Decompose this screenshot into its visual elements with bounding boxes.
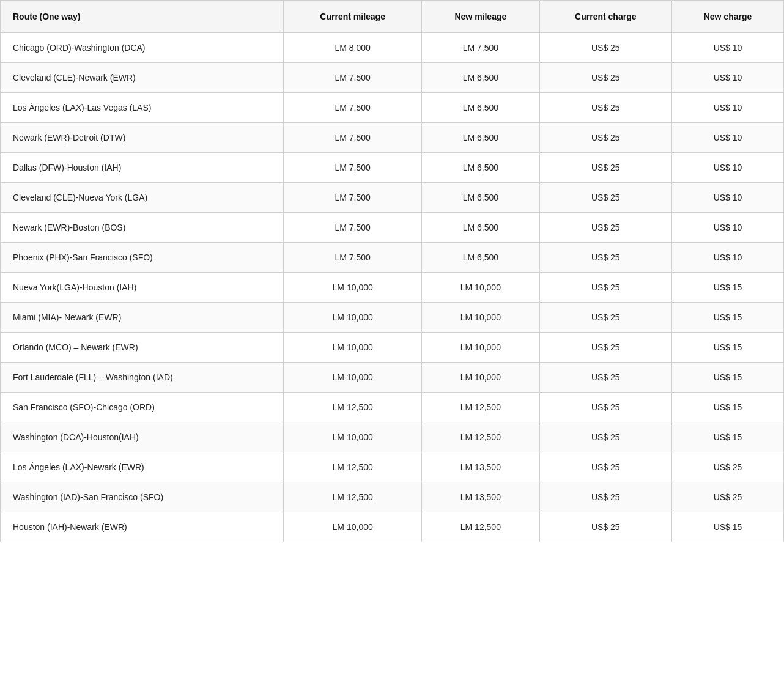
cell-route: Orlando (MCO) – Newark (EWR): [1, 333, 284, 363]
table-row: Newark (EWR)-Boston (BOS)LM 7,500LM 6,50…: [1, 213, 784, 243]
cell-current-charge: US$ 25: [539, 63, 671, 93]
cell-current-charge: US$ 25: [539, 512, 671, 542]
cell-new-charge: US$ 10: [671, 243, 783, 273]
cell-current-mileage: LM 10,000: [284, 273, 422, 303]
cell-route: Los Ángeles (LAX)-Newark (EWR): [1, 452, 284, 482]
table-row: Miami (MIA)- Newark (EWR)LM 10,000LM 10,…: [1, 303, 784, 333]
cell-new-charge: US$ 15: [671, 303, 783, 333]
cell-new-mileage: LM 6,500: [422, 123, 540, 153]
cell-route: Miami (MIA)- Newark (EWR): [1, 303, 284, 333]
cell-new-mileage: LM 6,500: [422, 243, 540, 273]
header-new-mileage: New mileage: [422, 1, 540, 33]
cell-route: Newark (EWR)-Detroit (DTW): [1, 123, 284, 153]
cell-new-charge: US$ 15: [671, 393, 783, 422]
header-current-charge: Current charge: [539, 1, 671, 33]
cell-current-charge: US$ 25: [539, 33, 671, 63]
cell-new-charge: US$ 10: [671, 33, 783, 63]
cell-new-mileage: LM 10,000: [422, 303, 540, 333]
table-row: Nueva York(LGA)-Houston (IAH)LM 10,000LM…: [1, 273, 784, 303]
cell-current-charge: US$ 25: [539, 123, 671, 153]
table-row: Washington (IAD)-San Francisco (SFO)LM 1…: [1, 482, 784, 512]
cell-new-mileage: LM 6,500: [422, 153, 540, 183]
cell-new-mileage: LM 10,000: [422, 273, 540, 303]
cell-new-mileage: LM 6,500: [422, 213, 540, 243]
cell-current-mileage: LM 10,000: [284, 303, 422, 333]
cell-new-mileage: LM 10,000: [422, 333, 540, 363]
cell-new-charge: US$ 25: [671, 482, 783, 512]
cell-new-charge: US$ 10: [671, 153, 783, 183]
cell-new-mileage: LM 6,500: [422, 63, 540, 93]
cell-current-mileage: LM 10,000: [284, 333, 422, 363]
cell-new-charge: US$ 15: [671, 273, 783, 303]
cell-route: San Francisco (SFO)-Chicago (ORD): [1, 393, 284, 422]
cell-current-charge: US$ 25: [539, 452, 671, 482]
cell-current-mileage: LM 7,500: [284, 93, 422, 123]
cell-current-charge: US$ 25: [539, 273, 671, 303]
table-row: Dallas (DFW)-Houston (IAH)LM 7,500LM 6,5…: [1, 153, 784, 183]
cell-new-mileage: LM 7,500: [422, 33, 540, 63]
cell-current-mileage: LM 12,500: [284, 482, 422, 512]
table-row: Washington (DCA)-Houston(IAH)LM 10,000LM…: [1, 422, 784, 452]
cell-new-mileage: LM 6,500: [422, 93, 540, 123]
table-row: Houston (IAH)-Newark (EWR)LM 10,000LM 12…: [1, 512, 784, 542]
table-row: Fort Lauderdale (FLL) – Washington (IAD)…: [1, 363, 784, 393]
cell-current-mileage: LM 10,000: [284, 422, 422, 452]
cell-current-mileage: LM 8,000: [284, 33, 422, 63]
cell-new-mileage: LM 12,500: [422, 393, 540, 422]
table-header-row: Route (One way) Current mileage New mile…: [1, 1, 784, 33]
cell-new-mileage: LM 12,500: [422, 512, 540, 542]
table-row: Phoenix (PHX)-San Francisco (SFO)LM 7,50…: [1, 243, 784, 273]
table-row: Los Ángeles (LAX)-Las Vegas (LAS)LM 7,50…: [1, 93, 784, 123]
table-row: Chicago (ORD)-Washington (DCA)LM 8,000LM…: [1, 33, 784, 63]
cell-current-mileage: LM 10,000: [284, 512, 422, 542]
cell-current-mileage: LM 7,500: [284, 243, 422, 273]
cell-current-charge: US$ 25: [539, 363, 671, 393]
cell-current-charge: US$ 25: [539, 243, 671, 273]
cell-route: Cleveland (CLE)-Nueva York (LGA): [1, 183, 284, 213]
cell-current-charge: US$ 25: [539, 153, 671, 183]
header-route: Route (One way): [1, 1, 284, 33]
cell-new-mileage: LM 13,500: [422, 452, 540, 482]
cell-new-charge: US$ 25: [671, 452, 783, 482]
cell-route: Los Ángeles (LAX)-Las Vegas (LAS): [1, 93, 284, 123]
cell-new-charge: US$ 15: [671, 422, 783, 452]
cell-new-charge: US$ 10: [671, 123, 783, 153]
table-row: Los Ángeles (LAX)-Newark (EWR)LM 12,500L…: [1, 452, 784, 482]
cell-current-charge: US$ 25: [539, 303, 671, 333]
cell-route: Newark (EWR)-Boston (BOS): [1, 213, 284, 243]
cell-new-charge: US$ 15: [671, 512, 783, 542]
cell-current-mileage: LM 12,500: [284, 393, 422, 422]
cell-route: Washington (IAD)-San Francisco (SFO): [1, 482, 284, 512]
cell-route: Washington (DCA)-Houston(IAH): [1, 422, 284, 452]
header-new-charge: New charge: [671, 1, 783, 33]
table-row: Orlando (MCO) – Newark (EWR)LM 10,000LM …: [1, 333, 784, 363]
cell-current-mileage: LM 7,500: [284, 153, 422, 183]
cell-new-charge: US$ 10: [671, 93, 783, 123]
cell-current-mileage: LM 7,500: [284, 123, 422, 153]
cell-new-charge: US$ 15: [671, 333, 783, 363]
cell-current-charge: US$ 25: [539, 93, 671, 123]
table-row: San Francisco (SFO)-Chicago (ORD)LM 12,5…: [1, 393, 784, 422]
cell-current-mileage: LM 7,500: [284, 213, 422, 243]
cell-current-charge: US$ 25: [539, 213, 671, 243]
cell-current-charge: US$ 25: [539, 393, 671, 422]
cell-route: Nueva York(LGA)-Houston (IAH): [1, 273, 284, 303]
cell-new-mileage: LM 6,500: [422, 183, 540, 213]
cell-new-charge: US$ 10: [671, 63, 783, 93]
table-row: Newark (EWR)-Detroit (DTW)LM 7,500LM 6,5…: [1, 123, 784, 153]
cell-current-mileage: LM 7,500: [284, 183, 422, 213]
cell-current-charge: US$ 25: [539, 482, 671, 512]
cell-new-charge: US$ 15: [671, 363, 783, 393]
cell-current-charge: US$ 25: [539, 333, 671, 363]
cell-new-mileage: LM 13,500: [422, 482, 540, 512]
table-row: Cleveland (CLE)-Nueva York (LGA)LM 7,500…: [1, 183, 784, 213]
cell-new-charge: US$ 10: [671, 213, 783, 243]
header-current-mileage: Current mileage: [284, 1, 422, 33]
table-row: Cleveland (CLE)-Newark (EWR)LM 7,500LM 6…: [1, 63, 784, 93]
cell-current-mileage: LM 7,500: [284, 63, 422, 93]
cell-new-charge: US$ 10: [671, 183, 783, 213]
cell-new-mileage: LM 12,500: [422, 422, 540, 452]
mileage-table: Route (One way) Current mileage New mile…: [0, 0, 784, 542]
cell-current-mileage: LM 12,500: [284, 452, 422, 482]
cell-route: Phoenix (PHX)-San Francisco (SFO): [1, 243, 284, 273]
